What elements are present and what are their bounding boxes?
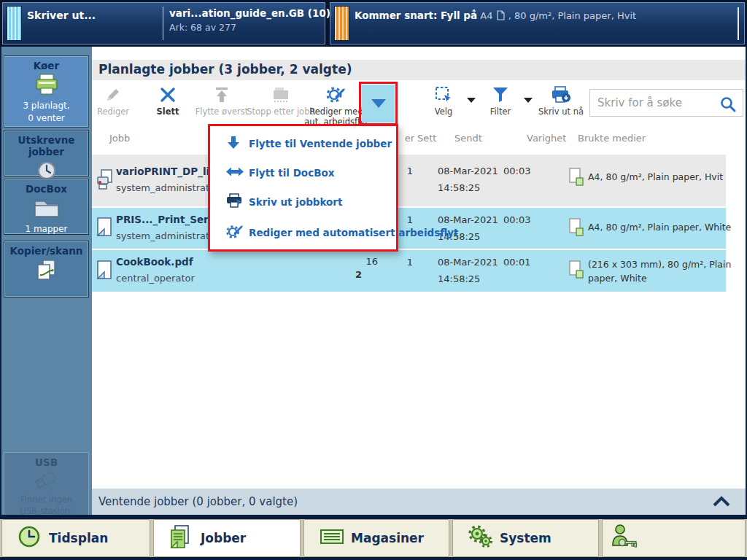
waiting-jobs-bar[interactable]: Ventende jobber (0 jobber, 0 valgte) [92, 489, 746, 515]
filter-caret-icon[interactable] [524, 98, 533, 103]
edit-button[interactable]: Rediger [92, 83, 134, 125]
menu-item-move-to-waiting[interactable]: Flytte til Ventende jobber [210, 129, 396, 158]
warning-stripe-icon [334, 6, 349, 41]
filter-funnel-icon [479, 83, 522, 106]
select-marquee-icon [422, 83, 465, 106]
clock-icon [17, 524, 42, 552]
arrow-down-icon [226, 135, 241, 152]
select-button[interactable]: Velg [422, 83, 465, 125]
page-title: Planlagte jobber (3 jobber, 2 valgte) [98, 62, 352, 77]
sets-cell: 1 [398, 257, 413, 268]
tab-operator-login[interactable] [602, 519, 746, 557]
tab-schedule[interactable]: Tidsplan [1, 519, 150, 557]
column-header-job: Jobb [109, 133, 130, 144]
printer-icon [226, 193, 244, 211]
usb-icon [4, 470, 88, 492]
current-document-name: vari...ation_guide_en.GB (10).pdf [169, 7, 352, 19]
copy-scan-icon [4, 259, 88, 287]
media-cell: A4, 80 g/m², Plain paper, Hvit [588, 171, 734, 184]
pencil-icon [92, 83, 134, 106]
delete-button[interactable]: Slett [147, 83, 188, 125]
tab-trays[interactable]: Magasiner [303, 519, 449, 557]
docbox-count: 1 mapper [4, 223, 88, 236]
tray-icon [319, 526, 345, 551]
job-row[interactable]: varioPRINT_DP_line_C system_administrato… [92, 155, 726, 206]
copy-scan-label: Kopier/skann [4, 245, 88, 257]
chevron-up-icon[interactable] [712, 495, 731, 511]
more-actions-menu: Flytte til Ventende jobber Flytt til Doc… [208, 124, 398, 252]
delete-x-icon [147, 83, 188, 106]
job-row[interactable]: CookBook.pdf central_operator 16 2 1 08-… [92, 250, 726, 292]
bottom-tab-bar: Tidsplan Jobber Magasiner System [0, 519, 747, 557]
upcoming-media-panel[interactable]: Kommer snart: Fyll på A4 , 80 g/m², Plai… [330, 2, 745, 44]
upcoming-media-message: Kommer snart: Fyll på A4 , 80 g/m², Plai… [355, 9, 636, 21]
sent-date-cell: 08-Mar-2021 [438, 166, 498, 176]
printing-activity-stripe-icon [7, 6, 22, 41]
column-header-media: Brukte medier [578, 133, 646, 144]
menu-item-move-to-docbox[interactable]: Flytt til DocBox [210, 158, 396, 187]
sent-time-cell: 14:58:25 [438, 273, 480, 284]
queues-count-line2: 0 venter [4, 112, 88, 125]
media-page-icon [568, 218, 584, 240]
filter-button[interactable]: Filter [479, 83, 522, 125]
scheduled-jobs-panel: Planlagte jobber (3 jobber, 2 valgte) Re… [92, 47, 746, 515]
menu-item-edit-automated-workflow[interactable]: Rediger med automatisert arbeidsflyt [210, 218, 396, 247]
column-header-duration: Varighet [527, 133, 566, 144]
printed-jobs-label: Utskrevne jobber [4, 134, 88, 158]
duration-cell: 00:01 [503, 257, 530, 268]
divider [0, 557, 747, 560]
media-cell: A4, 80 g/m², Plain paper, White [588, 221, 734, 235]
queues-label: Køer [4, 60, 88, 71]
document-job-icon [96, 260, 112, 283]
waiting-jobs-label: Ventende jobber (0 jobber, 0 valgte) [98, 495, 298, 508]
sidebar-item-queues[interactable]: Køer 3 planlagt, 0 venter [4, 55, 89, 128]
document-job-icon [96, 217, 112, 240]
upcoming-label: Kommer snart: Fyll på [355, 9, 477, 21]
sheet-progress: Ark: 68 av 277 [169, 22, 236, 33]
printing-status-label: Skriver ut... [27, 9, 96, 21]
search-box [589, 89, 743, 117]
sidebar: Køer 3 planlagt, 0 venter Utskrevne jobb… [1, 47, 92, 515]
usb-status-line1: Finner ingen [4, 494, 88, 505]
sets-cell: 1 [398, 166, 413, 176]
gear-pencil-icon [226, 223, 244, 242]
usb-label: USB [4, 456, 88, 468]
sidebar-item-docbox[interactable]: DocBox 1 mapper [4, 179, 89, 235]
duration-cell: 00:03 [503, 214, 530, 225]
media-page-icon [568, 260, 584, 282]
media-page-icon [568, 168, 584, 190]
tab-jobs[interactable]: Jobber [153, 519, 301, 557]
print-now-button[interactable]: Skriv ut nå [535, 83, 587, 125]
printer-control-panel: Skriver ut... vari...ation_guide_en.GB (… [0, 0, 747, 560]
queues-count-line1: 3 planlagt, [4, 100, 88, 112]
docbox-label: DocBox [4, 183, 88, 195]
sent-date-cell: 08-Mar-2021 [438, 214, 498, 225]
gear-pencil-icon [302, 83, 371, 106]
printing-job-icon [96, 168, 114, 193]
select-caret-icon[interactable] [467, 98, 476, 103]
more-actions-dropdown-button[interactable] [362, 85, 395, 122]
sent-date-cell: 08-Mar-2021 [438, 257, 498, 268]
media-cell: (216 x 303 mm), 80 g/m², Plain paper, Wh… [588, 258, 734, 286]
sidebar-item-usb: USB Finner ingen USB-stasjon. [4, 452, 89, 516]
column-header-sets: Sett [417, 133, 436, 144]
menu-item-print-job-ticket[interactable]: Skriv ut jobbkort [210, 187, 396, 217]
divider [738, 7, 739, 40]
folder-icon [4, 197, 88, 222]
sidebar-item-copy-scan[interactable]: Kopier/skann [4, 241, 89, 298]
sets-cell: 1 [398, 214, 413, 225]
copies-cell: 2 [333, 269, 362, 280]
search-icon[interactable] [719, 96, 737, 113]
sent-time-cell: 14:58:25 [438, 182, 480, 193]
upcoming-media-details: , 80 g/m², Plain paper, Hvit [508, 10, 636, 21]
upcoming-media-size: A4 [480, 10, 492, 21]
document-icon [169, 524, 190, 552]
printing-status-panel[interactable]: Skriver ut... vari...ation_guide_en.GB (… [2, 2, 325, 44]
tab-system[interactable]: System [452, 519, 599, 557]
edit-with-workflow-button[interactable]: Rediger med aut. arbeidsflyt [302, 83, 371, 125]
pages-cell: 16 [349, 256, 378, 267]
sidebar-item-printed-jobs[interactable]: Utskrevne jobber [4, 130, 89, 176]
operator-key-icon [610, 524, 639, 553]
divider [163, 7, 163, 40]
duration-cell: 00:03 [503, 166, 530, 176]
